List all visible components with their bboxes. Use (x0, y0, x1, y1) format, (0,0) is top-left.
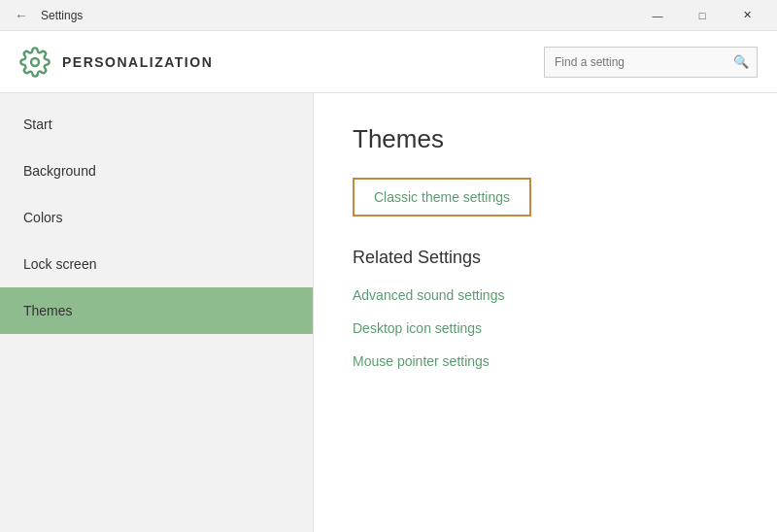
app-header: PERSONALIZATION 🔍 (0, 31, 777, 93)
minimize-button[interactable]: — (635, 0, 680, 31)
related-settings-title: Related Settings (353, 248, 738, 268)
maximize-button[interactable]: □ (680, 0, 725, 31)
window-title: Settings (35, 9, 635, 22)
search-icon: 🔍 (726, 54, 757, 69)
svg-point-0 (31, 58, 39, 66)
close-button[interactable]: ✕ (725, 0, 769, 31)
classic-theme-settings-link[interactable]: Classic theme settings (353, 178, 531, 216)
sidebar-item-background[interactable]: Background (0, 148, 313, 194)
sidebar-item-colors[interactable]: Colors (0, 194, 313, 241)
sidebar: Start Background Colors Lock screen Them… (0, 93, 314, 532)
desktop-icon-settings-link[interactable]: Desktop icon settings (353, 320, 738, 336)
search-box[interactable]: 🔍 (544, 47, 758, 78)
sidebar-item-lock-screen[interactable]: Lock screen (0, 241, 313, 287)
mouse-pointer-settings-link[interactable]: Mouse pointer settings (353, 353, 738, 369)
page-title: Themes (353, 124, 738, 154)
settings-gear-icon (19, 47, 51, 78)
content-area: Themes Classic theme settings Related Se… (314, 93, 777, 532)
search-input[interactable] (545, 55, 726, 69)
sidebar-item-themes[interactable]: Themes (0, 287, 313, 334)
advanced-sound-settings-link[interactable]: Advanced sound settings (353, 287, 738, 303)
app-title: PERSONALIZATION (62, 54, 213, 70)
back-button[interactable]: ← (8, 2, 35, 29)
window-controls: — □ ✕ (635, 0, 769, 31)
main-layout: Start Background Colors Lock screen Them… (0, 93, 777, 532)
sidebar-item-start[interactable]: Start (0, 101, 313, 148)
back-icon: ← (15, 8, 28, 23)
titlebar: ← Settings — □ ✕ (0, 0, 777, 31)
